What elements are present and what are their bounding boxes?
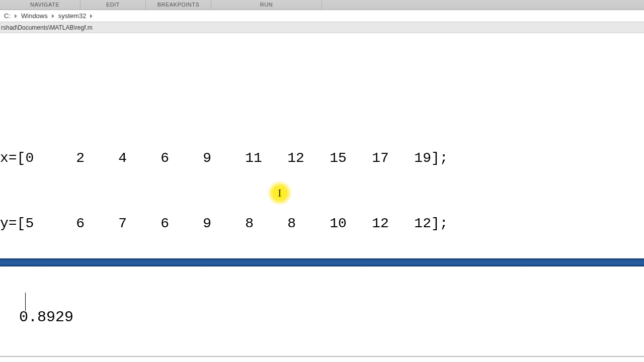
code-line[interactable]: y=[5 6 7 6 9 8 8 10 12 12]; <box>0 213 644 234</box>
panel-divider[interactable] <box>0 258 644 266</box>
lint-warning-icon <box>10 192 19 204</box>
address-bar[interactable]: C: Windows system32 <box>0 10 644 22</box>
breadcrumb-part2[interactable]: system32 <box>56 12 89 20</box>
lint-warning-icon <box>19 258 28 258</box>
file-path-label: rshad\Documents\MATLAB\regf.m <box>1 24 93 31</box>
text-cursor-highlight: I <box>267 181 293 205</box>
chevron-right-icon <box>52 14 54 18</box>
command-window[interactable]: 0.8929 <box>0 266 644 357</box>
command-output: 0.8929 <box>19 309 73 326</box>
file-tab-bar: rshad\Documents\MATLAB\regf.m <box>0 22 644 33</box>
tab-breakpoints[interactable]: BREAKPOINTS <box>146 0 211 10</box>
chevron-right-icon <box>15 14 17 18</box>
breadcrumb-part1[interactable]: Windows <box>19 12 50 20</box>
status-divider <box>0 356 644 357</box>
tab-run[interactable]: RUN <box>211 0 322 10</box>
tab-navigate[interactable]: NAVIGATE <box>0 0 80 10</box>
toolstrip: NAVIGATE EDIT BREAKPOINTS RUN <box>0 0 644 10</box>
code-line[interactable]: x=[0 2 4 6 9 11 12 15 17 19]; <box>0 147 644 169</box>
text-cursor <box>25 293 26 311</box>
tab-edit[interactable]: EDIT <box>80 0 146 10</box>
breadcrumb-root[interactable]: C: <box>2 12 13 20</box>
chevron-right-icon <box>90 14 93 18</box>
code-editor[interactable]: x=[0 2 4 6 9 11 12 15 17 19]; y=[5 6 7 6… <box>0 33 644 258</box>
